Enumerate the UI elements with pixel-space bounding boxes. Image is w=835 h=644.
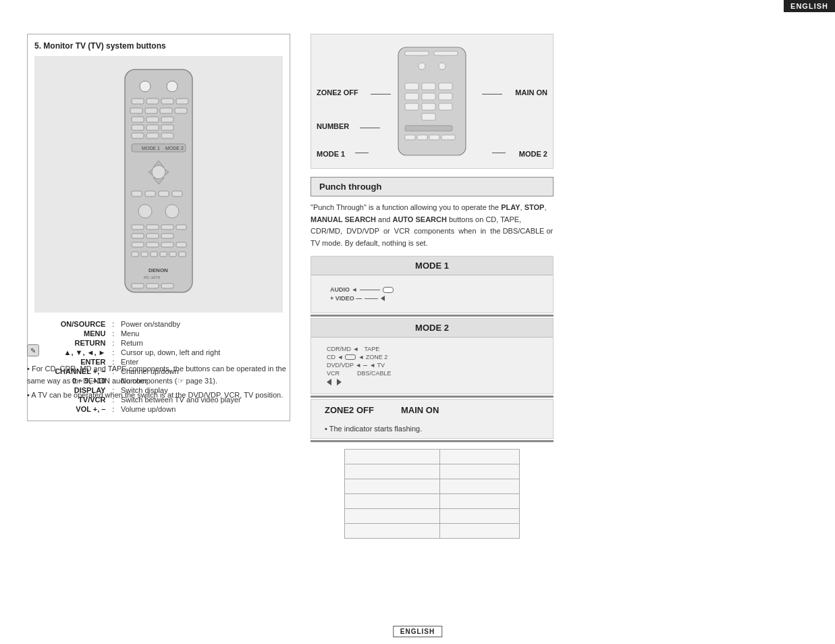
svg-rect-39	[146, 234, 159, 238]
svg-rect-18	[146, 133, 159, 138]
main-on-label: MAIN ON	[515, 88, 547, 97]
svg-rect-12	[146, 117, 159, 122]
label-row-onsource: ON/SOURCE : Power on/standby	[34, 319, 283, 329]
svg-rect-35	[146, 225, 159, 230]
zone2-off-label: ZONE2 OFF	[317, 88, 358, 97]
right-arrow-icon	[337, 379, 342, 385]
svg-rect-49	[169, 252, 176, 257]
svg-rect-47	[151, 252, 157, 257]
svg-rect-3	[132, 99, 144, 104]
bottom-table	[344, 449, 520, 539]
svg-rect-11	[132, 117, 144, 122]
mini-remote-svg	[395, 46, 469, 157]
svg-rect-57	[405, 51, 429, 55]
svg-rect-60	[422, 83, 435, 90]
svg-rect-59	[405, 83, 419, 90]
svg-rect-69	[405, 126, 452, 131]
mode1-diagram: AUDIO ◄ + VIDEO —	[317, 284, 547, 304]
main-on-line	[482, 94, 502, 95]
mode2-cd: CD ◄	[327, 354, 343, 360]
top-diagram: ZONE2 OFF MAIN ON NUMBER MODE 1 MODE 2	[311, 34, 554, 169]
label-row-vol: VOL +, – : Volume up/down	[34, 404, 283, 414]
audio-label: AUDIO ◄	[330, 286, 357, 293]
svg-rect-34	[132, 225, 144, 230]
svg-rect-42	[146, 242, 159, 247]
mode2-tv: ◄ TV	[369, 362, 385, 369]
mode2-vcr: VCR	[327, 370, 340, 377]
mode1-header: MODE 1	[311, 257, 553, 275]
mode-separator	[311, 315, 554, 317]
svg-rect-43	[161, 242, 173, 247]
zone-main-note: • The indicator starts flashing.	[311, 421, 553, 438]
mode2-section: MODE 2 CDR/MD ◄ TAPE CD ◄ ◄ ZONE 2 DVD/V…	[311, 318, 554, 394]
mode2-dvd: DVD/VDP ◄	[327, 362, 361, 369]
svg-point-1	[140, 81, 151, 92]
svg-rect-62	[405, 93, 419, 100]
svg-text:MODE 2: MODE 2	[165, 146, 184, 151]
svg-rect-61	[439, 83, 452, 90]
note-1: • For CD, CDR, MD and TAPE components, t…	[27, 363, 290, 387]
svg-point-2	[167, 81, 178, 92]
zone-separator	[311, 396, 554, 398]
punch-through-title: Punch through	[319, 182, 381, 192]
main-on-header: MAIN ON	[401, 405, 439, 415]
mode2-dbscable: DBS/CABLE	[357, 370, 392, 377]
table-row	[345, 494, 520, 509]
right-panel: ZONE2 OFF MAIN ON NUMBER MODE 1 MODE 2	[311, 34, 817, 539]
left-arrow-icon	[327, 379, 331, 385]
svg-rect-13	[161, 117, 173, 122]
mode1-line	[355, 153, 369, 153]
cd-connector	[345, 354, 356, 360]
svg-text:RC-1070: RC-1070	[144, 275, 161, 279]
svg-rect-9	[160, 108, 172, 113]
mode1-content: AUDIO ◄ + VIDEO —	[311, 275, 553, 313]
punch-through-text: "Punch Through" is a function allowing y…	[311, 202, 554, 249]
mode2-diagram: CDR/MD ◄ TAPE CD ◄ ◄ ZONE 2 DVD/VDP ◄ ◄ …	[317, 343, 547, 388]
svg-point-75	[439, 63, 446, 70]
zone-main-header: ZONE2 OFF MAIN ON	[311, 400, 553, 421]
svg-rect-40	[161, 234, 173, 238]
table-row	[345, 509, 520, 524]
zone2-off-header: ZONE2 OFF	[325, 405, 374, 415]
pencil-icon: ✎	[27, 344, 39, 356]
svg-rect-48	[160, 252, 167, 257]
bottom-table-area	[344, 449, 520, 539]
svg-rect-72	[429, 135, 439, 140]
label-row-menu: MENU : Menu	[34, 329, 283, 338]
video-arrow	[381, 296, 385, 301]
zone2-off-line	[371, 94, 391, 95]
svg-rect-45	[132, 252, 138, 257]
notes-section: ✎ • For CD, CDR, MD and TAPE components,…	[27, 344, 290, 402]
mode2-zone2: ◄ ZONE 2	[358, 354, 387, 360]
svg-point-74	[419, 63, 425, 70]
language-badge-top: ENGLISH	[784, 0, 835, 12]
svg-point-32	[138, 205, 152, 218]
svg-rect-16	[161, 125, 173, 130]
svg-text:MODE 1: MODE 1	[142, 146, 160, 151]
table-row	[345, 464, 520, 479]
mode1-section: MODE 1 AUDIO ◄ + VIDEO —	[311, 256, 554, 313]
svg-rect-64	[439, 93, 452, 100]
bottom-separator	[311, 440, 554, 442]
svg-rect-50	[179, 252, 186, 257]
punch-through-box: Punch through	[311, 177, 554, 196]
table-row	[345, 479, 520, 494]
svg-rect-15	[146, 125, 159, 130]
video-label: + VIDEO —	[330, 295, 362, 302]
svg-rect-67	[439, 103, 452, 110]
left-panel-title: 5. Monitor TV (TV) system buttons	[34, 41, 283, 51]
svg-rect-73	[441, 135, 455, 140]
svg-rect-53	[132, 284, 144, 288]
number-label: NUMBER	[317, 122, 349, 130]
svg-rect-63	[422, 93, 435, 100]
mode2-label-diagram: MODE 2	[519, 150, 547, 158]
video-line	[365, 298, 378, 299]
remote-control-svg: MODE 1 MODE 2	[111, 66, 206, 302]
zone-main-section: ZONE2 OFF MAIN ON • The indicator starts…	[311, 399, 554, 439]
audio-line	[360, 290, 380, 290]
svg-rect-14	[132, 125, 144, 130]
svg-rect-6	[176, 99, 188, 104]
mode1-label-diagram: MODE 1	[317, 150, 345, 158]
note-icon-area: ✎	[27, 344, 290, 359]
mode2-tape: TAPE	[364, 346, 379, 352]
